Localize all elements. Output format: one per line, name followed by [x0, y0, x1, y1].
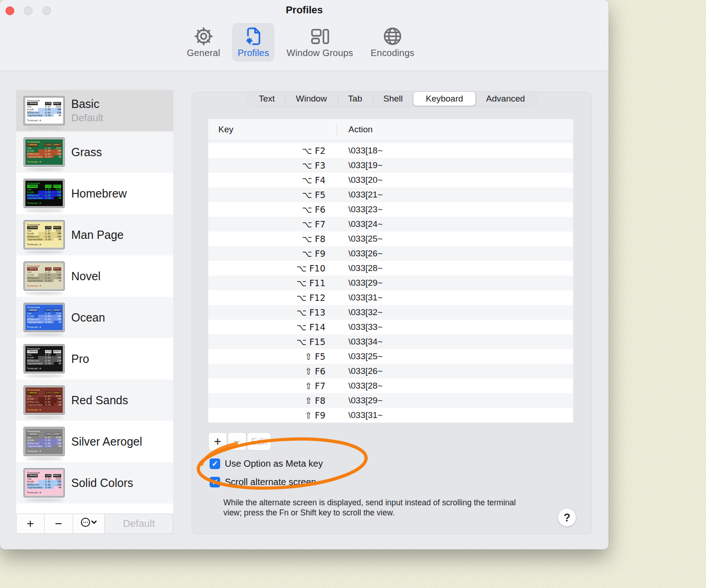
key-mapping-row[interactable]: ⌥ F13 \033[32~	[208, 305, 573, 320]
key-mapping-row[interactable]: ⇧ F7 \033[28~	[208, 379, 573, 393]
profile-list-item-red-sands[interactable]: Terminal# COMMAND %CPURPRVT top4.1%231K …	[16, 379, 173, 421]
action-cell: \033[24~	[348, 219, 383, 229]
profile-list-item-basic[interactable]: Terminal# COMMAND %CPURPRVT top4.1%231K …	[16, 90, 173, 131]
profile-thumbnail: Terminal# COMMAND %CPURPRVT top4.1%231K …	[24, 138, 64, 166]
settings-panel: TextWindowTabShellKeyboardAdvanced Key A…	[192, 92, 592, 534]
action-cell: \033[28~	[348, 263, 383, 273]
key-mapping-row[interactable]: ⌥ F9 \033[26~	[208, 246, 573, 261]
toolbar-item-profiles[interactable]: Profiles	[232, 23, 274, 62]
key-mapping-row[interactable]: ⌥ F7 \033[24~	[208, 217, 573, 232]
action-cell: \033[20~	[348, 175, 383, 185]
key-cell: ⇧ F6	[208, 366, 325, 376]
action-cell: \033[26~	[348, 249, 383, 259]
key-mapping-row[interactable]: ⌥ F10 \033[28~	[208, 261, 573, 276]
action-cell: \033[29~	[348, 278, 383, 288]
add-mapping-button[interactable]: +	[208, 432, 227, 451]
key-cell: ⇧ F5	[208, 351, 325, 362]
toolbar-item-label: Encodings	[370, 48, 414, 58]
key-cell: ⌥ F10	[208, 263, 325, 273]
profile-list-item-grass[interactable]: Terminal# COMMAND %CPURPRVT top4.1%231K …	[16, 131, 173, 173]
action-cell: \033[26~	[348, 366, 383, 376]
tab-shell[interactable]: Shell	[373, 92, 413, 106]
tab-tab[interactable]: Tab	[337, 92, 373, 106]
key-mapping-row[interactable]: ⇧ F9 \033[31~	[208, 408, 573, 423]
action-cell: \033[34~	[348, 337, 383, 347]
profile-name: Silver Aerogel	[71, 435, 142, 448]
toolbar-item-general[interactable]: General	[182, 23, 226, 62]
profile-list-item-pro[interactable]: Terminal# COMMAND %CPURPRVT top4.1%231K …	[16, 338, 173, 379]
key-cell: ⇧ F7	[208, 381, 325, 391]
checkbox-checked-icon[interactable]: ✓	[210, 477, 220, 487]
profile-list: Terminal# COMMAND %CPURPRVT top4.1%231K …	[16, 90, 173, 514]
profile-thumbnail: Terminal# COMMAND %CPURPRVT top4.1%231K …	[24, 179, 64, 208]
thumbnail-shadow	[25, 127, 63, 129]
profile-thumbnail: Terminal# COMMAND %CPURPRVT top4.1%231K …	[24, 386, 64, 414]
key-mapping-row[interactable]: ⌥ F5 \033[21~	[208, 187, 573, 202]
remove-profile-button[interactable]: −	[44, 514, 73, 534]
tab-advanced[interactable]: Advanced	[476, 92, 536, 106]
profile-list-item-ocean[interactable]: Terminal# COMMAND %CPURPRVT top4.1%231K …	[16, 297, 173, 338]
toolbar-item-label: Profiles	[238, 48, 269, 58]
profile-doc-icon	[243, 26, 264, 47]
key-mapping-row[interactable]: ⌥ F8 \033[25~	[208, 232, 573, 246]
key-cell: ⌥ F14	[208, 322, 325, 332]
tab-keyboard[interactable]: Keyboard	[413, 92, 475, 106]
key-mapping-row[interactable]: ⌥ F3 \033[19~	[208, 158, 573, 173]
key-cell: ⌥ F3	[208, 160, 325, 170]
toolbar-item-window-groups[interactable]: Window Groups	[281, 23, 359, 62]
checkbox-checked-icon[interactable]: ✓	[210, 458, 220, 469]
profile-list-item-novel[interactable]: Terminal# COMMAND %CPURPRVT top4.1%231K …	[16, 255, 173, 297]
column-header-action[interactable]: Action	[348, 124, 373, 135]
edit-mapping-button[interactable]: Edit	[247, 432, 271, 451]
key-mapping-row[interactable]: ⌥ F11 \033[29~	[208, 276, 573, 290]
add-profile-button[interactable]: +	[16, 514, 45, 534]
mapping-buttons: + − Edit	[208, 432, 271, 451]
column-separator	[336, 123, 337, 136]
key-mapping-row[interactable]: ⇧ F5 \033[25~	[208, 349, 573, 364]
checkbox-label: Scroll alternate screen	[225, 477, 316, 487]
profile-list-item-homebrew[interactable]: Terminal# COMMAND %CPURPRVT top4.1%231K …	[16, 173, 173, 214]
profile-thumbnail: Terminal# COMMAND %CPURPRVT top4.1%231K …	[24, 303, 64, 332]
key-mapping-row[interactable]: ⌥ F6 \033[23~	[208, 202, 573, 217]
tab-text[interactable]: Text	[248, 92, 285, 106]
action-cell: \033[23~	[348, 204, 383, 215]
key-mapping-row[interactable]: ⇧ F6 \033[26~	[208, 364, 573, 379]
toolbar-item-encodings[interactable]: Encodings	[365, 23, 420, 62]
gear-icon	[193, 26, 214, 47]
key-cell: ⌥ F6	[208, 204, 325, 215]
use-option-as-meta-checkbox-row[interactable]: ✓ Use Option as Meta key	[210, 458, 323, 469]
action-cell: \033[33~	[348, 322, 383, 332]
profile-list-item-solid-colors[interactable]: Terminal# COMMAND %CPURPRVT top4.1%231K …	[16, 462, 173, 503]
default-button[interactable]: Default	[104, 514, 173, 534]
toolbar-item-label: Window Groups	[286, 48, 353, 58]
action-cell: \033[19~	[348, 160, 383, 170]
key-mapping-row[interactable]: ⌥ F2 \033[18~	[208, 143, 573, 158]
profile-list-item-man-page[interactable]: Terminal# COMMAND %CPURPRVT top4.1%231K …	[16, 214, 173, 255]
more-options-button[interactable]	[73, 514, 105, 534]
key-mapping-row[interactable]: ⌥ F4 \033[20~	[208, 173, 573, 187]
tab-window[interactable]: Window	[285, 92, 338, 106]
window-chrome: Profiles General	[0, 0, 609, 71]
key-mapping-row[interactable]: ⇧ F8 \033[29~	[208, 393, 573, 408]
remove-mapping-button[interactable]: −	[228, 432, 246, 451]
terminal-preferences-window: Profiles General	[0, 0, 609, 549]
help-button[interactable]: ?	[558, 509, 576, 526]
toolbar-item-label: General	[187, 48, 221, 58]
window-groups-icon	[309, 26, 330, 47]
more-options-icon	[80, 516, 98, 531]
key-mapping-row[interactable]: ⌥ F12 \033[31~	[208, 290, 573, 305]
key-mapping-row[interactable]: ⌥ F14 \033[33~	[208, 320, 573, 334]
key-cell: ⌥ F12	[208, 293, 325, 303]
table-header: Key Action	[208, 119, 573, 141]
profile-name: Red Sands	[71, 394, 128, 407]
globe-icon	[382, 26, 403, 47]
profile-thumbnail: Terminal# COMMAND %CPURPRVT top4.1%231K …	[24, 427, 64, 456]
scroll-alternate-screen-checkbox-row[interactable]: ✓ Scroll alternate screen	[210, 477, 316, 487]
window-title: Profiles	[0, 4, 609, 16]
key-mapping-row[interactable]: ⌥ F15 \033[34~	[208, 334, 573, 349]
profile-name: Man Page	[71, 228, 124, 242]
column-header-key[interactable]: Key	[218, 124, 233, 135]
profile-list-item-silver-aerogel[interactable]: Terminal# COMMAND %CPURPRVT top4.1%231K …	[16, 421, 173, 462]
desktop-background: Profiles General	[0, 0, 706, 588]
key-cell: ⌥ F4	[208, 175, 325, 185]
